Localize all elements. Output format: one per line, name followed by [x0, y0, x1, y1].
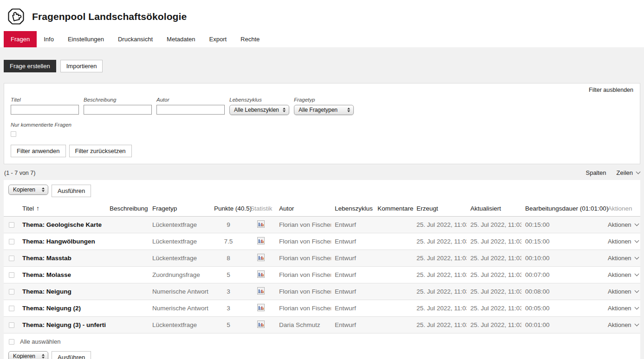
bulk-action-select-top[interactable]: Kopieren	[8, 185, 48, 195]
cell-aktualisiert: 25. Jul 2022, 11:03	[467, 217, 521, 233]
fragetyp-select-value: Alle Fragetypen	[299, 107, 338, 113]
cell-beschreibung	[106, 317, 149, 333]
tab-einstellungen[interactable]: Einstellungen	[61, 31, 111, 47]
row-checkbox[interactable]	[9, 222, 14, 228]
row-actions-label: Aktionen	[608, 288, 631, 295]
column-header-aktionen: Aktionen	[604, 201, 640, 217]
column-header-kommentare[interactable]: Kommentare	[374, 201, 413, 217]
select-all-checkbox[interactable]	[9, 339, 14, 345]
columns-menu[interactable]: Spalten	[585, 169, 606, 176]
column-header-lebenszyklus[interactable]: Lebenszyklus	[331, 201, 374, 217]
apply-filter-button[interactable]: Filter anwenden	[11, 145, 66, 157]
cell-lebenszyklus: Entwurf	[331, 300, 374, 317]
autor-input[interactable]	[156, 105, 225, 115]
bulk-action-select-bottom[interactable]: Kopieren	[8, 351, 48, 359]
question-title-link[interactable]: Thema: Neigung (3) - unfertig	[19, 317, 106, 333]
beschreibung-input[interactable]	[84, 105, 152, 115]
select-arrows-icon	[42, 354, 45, 359]
column-header-titel[interactable]: Titel↑	[19, 201, 106, 217]
tab-info[interactable]: Info	[37, 31, 61, 47]
row-actions-dropdown[interactable]: Aktionen	[608, 305, 638, 312]
fragetyp-select[interactable]: Alle Fragetypen	[294, 105, 354, 115]
rows-menu[interactable]: Zeilen	[617, 169, 640, 176]
filter-field-autor: Autor	[156, 97, 225, 115]
question-title-link[interactable]: Thema: Masstab	[19, 250, 106, 267]
question-title-link[interactable]: Thema: Geologische Karte	[19, 217, 106, 233]
reset-filter-button[interactable]: Filter zurücksetzen	[69, 145, 132, 157]
column-header-beschreibung[interactable]: Beschreibung	[106, 201, 149, 217]
import-button[interactable]: Importieren	[60, 60, 103, 72]
row-actions-dropdown[interactable]: Aktionen	[608, 288, 638, 295]
row-checkbox[interactable]	[9, 306, 14, 311]
statistics-icon[interactable]	[257, 304, 265, 313]
table-row: Thema: Neigung Numerische Antwort 3 Flor…	[4, 283, 640, 300]
cell-beschreibung	[106, 267, 149, 283]
row-checkbox[interactable]	[9, 272, 14, 278]
row-checkbox[interactable]	[9, 256, 14, 261]
tab-metadaten[interactable]: Metadaten	[160, 31, 202, 47]
cell-punkte: 5	[210, 317, 247, 333]
row-actions-dropdown[interactable]: Aktionen	[608, 238, 638, 245]
cell-fragetyp: Lückentextfrage	[149, 250, 210, 267]
titel-input[interactable]	[11, 105, 79, 115]
hide-filter-link[interactable]: Filter ausblenden	[589, 87, 633, 93]
execute-button-top[interactable]: Ausführen	[52, 185, 91, 197]
tab-export[interactable]: Export	[202, 31, 234, 47]
row-checkbox[interactable]	[9, 239, 14, 244]
chevron-down-icon	[634, 305, 639, 310]
commented-only-checkbox[interactable]	[11, 131, 16, 137]
cell-erzeugt: 25. Jul 2022, 11:03	[413, 250, 467, 267]
titel-label: Titel	[11, 97, 79, 103]
column-header-fragetyp[interactable]: Fragetyp	[149, 201, 210, 217]
question-title-link[interactable]: Thema: Neigung	[19, 283, 106, 300]
column-header-bearbeitungsdauer[interactable]: Bearbeitungsdauer (01:01:00)	[521, 201, 604, 217]
row-actions-dropdown[interactable]: Aktionen	[608, 255, 638, 262]
statistics-icon[interactable]	[257, 287, 265, 296]
column-header-aktualisiert[interactable]: Aktualisiert	[467, 201, 521, 217]
lebenszyklus-select[interactable]: Alle Lebenszyklen	[229, 105, 289, 115]
filter-buttons: Filter anwenden Filter zurücksetzen	[11, 145, 633, 157]
question-title-link[interactable]: Thema: Hangwölbungen	[19, 233, 106, 250]
create-question-button[interactable]: Frage erstellen	[4, 60, 56, 72]
question-title-link[interactable]: Thema: Neigung (2)	[19, 300, 106, 317]
chevron-down-icon	[634, 272, 639, 276]
row-checkbox[interactable]	[9, 289, 14, 295]
statistics-icon[interactable]	[257, 254, 265, 263]
tab-fragen[interactable]: Fragen	[4, 31, 37, 47]
statistics-icon[interactable]	[257, 321, 265, 329]
column-header-punkte[interactable]: Punkte (40.5)	[210, 201, 247, 217]
row-actions-dropdown[interactable]: Aktionen	[608, 221, 638, 228]
question-title-link[interactable]: Thema: Molasse	[19, 267, 106, 283]
filter-field-beschreibung: Beschreibung	[84, 97, 152, 115]
fragetyp-label: Fragetyp	[294, 97, 354, 103]
cell-kommentare	[374, 283, 413, 300]
select-arrows-icon	[347, 108, 350, 112]
cell-bearbeitungsdauer: 00:15:00	[521, 233, 604, 250]
statistics-icon[interactable]	[257, 270, 265, 279]
filter-fields: Titel Beschreibung Autor Lebenszyklus Al…	[11, 97, 633, 115]
cell-autor: Florian von Fischer	[275, 233, 331, 250]
tab-rechte[interactable]: Rechte	[234, 31, 267, 47]
statistics-icon[interactable]	[257, 237, 265, 246]
row-actions-dropdown[interactable]: Aktionen	[608, 271, 638, 278]
execute-button-bottom[interactable]: Ausführen	[52, 351, 91, 359]
cell-fragetyp: Numerische Antwort	[149, 300, 210, 317]
cell-erzeugt: 25. Jul 2022, 11:03	[413, 317, 467, 333]
bulk-action-bar-top: Kopieren Ausführen	[4, 184, 640, 201]
row-actions-dropdown[interactable]: Aktionen	[608, 321, 638, 328]
commented-only-field: Nur kommentierte Fragen	[11, 122, 633, 137]
cell-fragetyp: Lückentextfrage	[149, 217, 210, 233]
cell-kommentare	[374, 300, 413, 317]
cell-bearbeitungsdauer: 00:15:00	[521, 217, 604, 233]
main-content: Frage erstellen Importieren Filter ausbl…	[0, 60, 644, 359]
row-checkbox[interactable]	[9, 322, 14, 328]
cell-autor: Florian von Fischer	[275, 250, 331, 267]
row-actions-label: Aktionen	[608, 255, 631, 262]
column-header-autor[interactable]: Autor	[275, 201, 331, 217]
column-header-erzeugt[interactable]: Erzeugt	[413, 201, 467, 217]
cell-lebenszyklus: Entwurf	[331, 267, 374, 283]
tab-druckansicht[interactable]: Druckansicht	[111, 31, 160, 47]
statistics-icon[interactable]	[257, 220, 265, 229]
cell-fragetyp: Lückentextfrage	[149, 317, 210, 333]
chevron-down-icon	[634, 238, 639, 243]
